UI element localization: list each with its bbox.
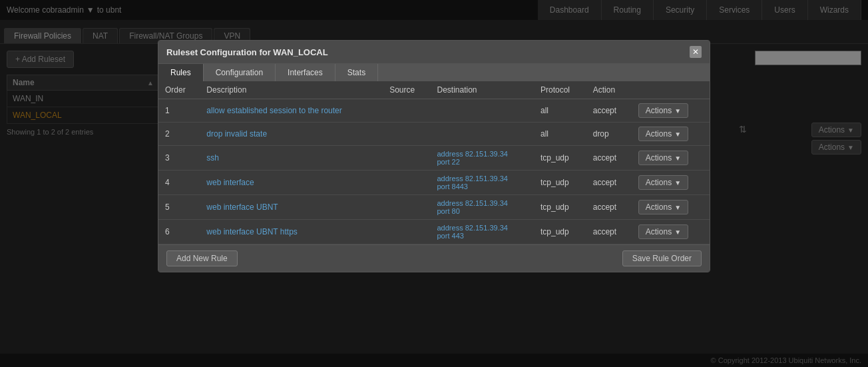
cell-action: accept <box>586 99 632 123</box>
cell-order: 6 <box>158 220 200 244</box>
cell-source <box>383 99 430 123</box>
row-actions-button[interactable]: Actions ▼ <box>638 224 688 239</box>
cell-order: 5 <box>158 195 200 220</box>
save-rule-order-button[interactable]: Save Rule Order <box>622 250 702 266</box>
description-link[interactable]: drop invalid state <box>206 129 267 139</box>
col-description: Description <box>200 81 383 99</box>
cell-order: 1 <box>158 99 200 123</box>
row-actions-button[interactable]: Actions ▼ <box>638 127 688 141</box>
row-actions-button[interactable]: Actions ▼ <box>638 175 688 190</box>
description-link[interactable]: web interface UBNT https <box>206 227 298 236</box>
cell-actions-button: Actions ▼ <box>632 220 710 244</box>
row-actions-button[interactable]: Actions ▼ <box>638 151 688 165</box>
cell-destination <box>431 99 534 123</box>
row-actions-button[interactable]: Actions ▼ <box>638 200 688 214</box>
cell-protocol: tcp_udp <box>534 220 586 244</box>
modal-overlay: Ruleset Configuration for WAN_LOCAL ✕ Ru… <box>0 0 868 364</box>
cell-destination: address 82.151.39.34port 80 <box>431 195 534 220</box>
rules-table: Order Description Source Destination Pro… <box>158 81 710 244</box>
modal-tab-rules[interactable]: Rules <box>158 64 204 81</box>
cell-destination: address 82.151.39.34port 22 <box>431 146 534 171</box>
modal-footer: Add New Rule Save Rule Order <box>158 244 710 272</box>
cell-protocol: tcp_udp <box>534 195 586 220</box>
table-row: 3 ssh address 82.151.39.34port 22 tcp_ud… <box>158 146 710 171</box>
cell-description: drop invalid state <box>200 123 383 146</box>
cell-actions-button: Actions ▼ <box>632 195 710 220</box>
col-destination: Destination <box>431 81 534 99</box>
cell-protocol: all <box>534 123 586 146</box>
modal-tabs: Rules Configuration Interfaces Stats <box>158 64 710 81</box>
row-actions-label: Actions <box>646 129 672 139</box>
row-actions-caret: ▼ <box>674 179 681 186</box>
cell-source <box>383 123 430 146</box>
cell-order: 3 <box>158 146 200 171</box>
ruleset-config-modal: Ruleset Configuration for WAN_LOCAL ✕ Ru… <box>158 40 710 272</box>
cell-description: ssh <box>200 146 383 171</box>
description-link[interactable]: ssh <box>206 153 219 163</box>
cell-action: accept <box>586 220 632 244</box>
cell-action: drop <box>586 123 632 146</box>
cell-actions-button: Actions ▼ <box>632 99 710 123</box>
col-source: Source <box>383 81 430 99</box>
cell-description: web interface UBNT <box>200 195 383 220</box>
row-actions-caret: ▼ <box>674 107 681 115</box>
col-order: Order <box>158 81 200 99</box>
modal-header: Ruleset Configuration for WAN_LOCAL ✕ <box>158 41 710 64</box>
row-actions-label: Actions <box>646 106 672 115</box>
cell-description: web interface UBNT https <box>200 220 383 244</box>
cell-protocol: tcp_udp <box>534 171 586 195</box>
table-row: 4 web interface address 82.151.39.34port… <box>158 171 710 195</box>
col-actions-btn <box>632 81 710 99</box>
modal-tab-stats[interactable]: Stats <box>335 64 378 81</box>
cell-action: accept <box>586 171 632 195</box>
cell-source <box>383 195 430 220</box>
col-action: Action <box>586 81 632 99</box>
row-actions-label: Actions <box>646 202 672 212</box>
cell-description: allow established session to the router <box>200 99 383 123</box>
table-row: 1 allow established session to the route… <box>158 99 710 123</box>
col-protocol: Protocol <box>534 81 586 99</box>
row-actions-caret: ▼ <box>674 131 681 138</box>
cell-actions-button: Actions ▼ <box>632 146 710 171</box>
cell-protocol: tcp_udp <box>534 146 586 171</box>
cell-action: accept <box>586 195 632 220</box>
row-actions-button[interactable]: Actions ▼ <box>638 103 688 118</box>
cell-action: accept <box>586 146 632 171</box>
cell-destination: address 82.151.39.34port 443 <box>431 220 534 244</box>
cell-order: 4 <box>158 171 200 195</box>
description-link[interactable]: web interface <box>206 178 254 187</box>
row-actions-label: Actions <box>646 178 672 187</box>
row-actions-caret: ▼ <box>674 155 681 162</box>
cell-order: 2 <box>158 123 200 146</box>
cell-protocol: all <box>534 99 586 123</box>
modal-tab-interfaces[interactable]: Interfaces <box>276 64 335 81</box>
description-link[interactable]: web interface UBNT <box>206 202 278 212</box>
table-row: 2 drop invalid state all drop Actions ▼ <box>158 123 710 146</box>
cell-source <box>383 220 430 244</box>
row-actions-caret: ▼ <box>674 228 681 236</box>
table-row: 5 web interface UBNT address 82.151.39.3… <box>158 195 710 220</box>
row-actions-label: Actions <box>646 153 672 163</box>
cell-actions-button: Actions ▼ <box>632 171 710 195</box>
modal-close-button[interactable]: ✕ <box>690 46 702 58</box>
table-row: 6 web interface UBNT https address 82.15… <box>158 220 710 244</box>
cell-destination <box>431 123 534 146</box>
modal-title: Ruleset Configuration for WAN_LOCAL <box>166 47 328 57</box>
add-new-rule-button[interactable]: Add New Rule <box>166 250 238 266</box>
row-actions-caret: ▼ <box>674 204 681 211</box>
cell-destination: address 82.151.39.34port 8443 <box>431 171 534 195</box>
cell-source <box>383 146 430 171</box>
cell-description: web interface <box>200 171 383 195</box>
modal-tab-configuration[interactable]: Configuration <box>204 64 276 81</box>
row-actions-label: Actions <box>646 227 672 236</box>
modal-body: Order Description Source Destination Pro… <box>158 81 710 244</box>
cell-source <box>383 171 430 195</box>
description-link[interactable]: allow established session to the router <box>206 106 341 115</box>
cell-actions-button: Actions ▼ <box>632 123 710 146</box>
